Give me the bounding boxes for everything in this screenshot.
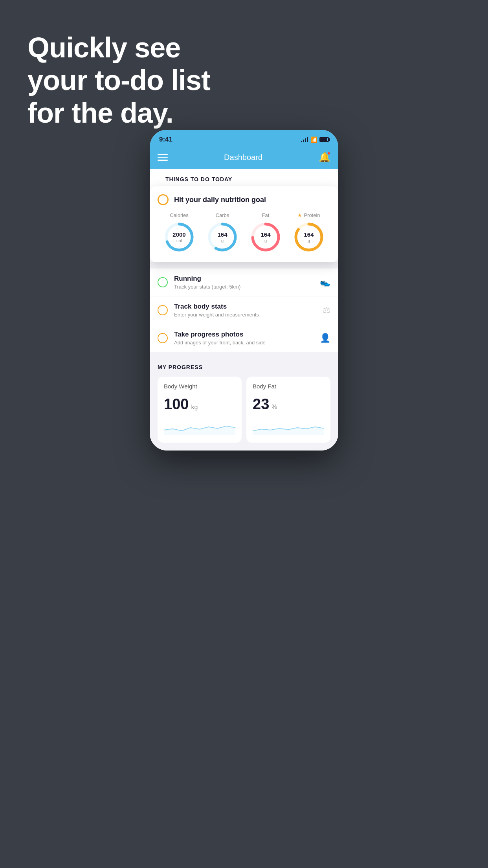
wifi-icon: 📶 <box>310 136 317 143</box>
phone-screen: 9:41 📶 Dashboard 🔔 <box>150 130 338 451</box>
body-fat-value: 23 <box>253 396 269 413</box>
carbs-metric: Carbs 164 g <box>207 212 238 253</box>
body-weight-card[interactable]: Body Weight 100 kg <box>158 377 242 443</box>
body-weight-chart <box>164 419 235 435</box>
body-fat-card[interactable]: Body Fat 23 % <box>246 377 330 443</box>
nav-title: Dashboard <box>224 153 262 162</box>
status-bar: 9:41 📶 <box>150 130 338 148</box>
calories-ring: 2000 cal <box>163 221 195 253</box>
hero-text: Quickly see your to-do list for the day. <box>28 31 210 129</box>
calories-metric: Calories 2000 cal <box>163 212 195 253</box>
body-stats-check-circle <box>158 305 168 315</box>
photos-subtitle: Add images of your front, back, and side <box>174 340 314 346</box>
fat-ring: 164 g <box>250 221 281 253</box>
body-stats-todo-text: Track body stats Enter your weight and m… <box>174 303 316 318</box>
body-weight-card-title: Body Weight <box>164 383 235 390</box>
running-check-circle <box>158 277 168 287</box>
progress-section: MY PROGRESS Body Weight 100 kg <box>150 352 338 451</box>
nutrition-card-title: Hit your daily nutrition goal <box>174 196 266 204</box>
fat-label: Fat <box>262 212 270 218</box>
protein-ring: 164 g <box>293 221 325 253</box>
photos-title: Take progress photos <box>174 331 314 338</box>
person-icon: 👤 <box>320 333 330 343</box>
svg-marker-8 <box>164 426 235 435</box>
body-stats-title: Track body stats <box>174 303 316 311</box>
battery-icon <box>319 137 329 142</box>
running-subtitle: Track your stats (target: 5km) <box>174 284 314 290</box>
status-icons: 📶 <box>301 136 329 143</box>
nutrition-card: Hit your daily nutrition goal Calories <box>150 186 338 262</box>
photos-todo-text: Take progress photos Add images of your … <box>174 331 314 346</box>
todo-list: Running Track your stats (target: 5km) 👟… <box>150 268 338 352</box>
progress-section-title: MY PROGRESS <box>158 364 330 370</box>
progress-cards: Body Weight 100 kg Body Fat <box>158 377 330 443</box>
todo-item-photos[interactable]: Take progress photos Add images of your … <box>150 324 338 352</box>
things-today-title: THINGS TO DO TODAY <box>158 169 330 186</box>
nutrition-card-header: Hit your daily nutrition goal <box>158 194 330 205</box>
nav-bar: Dashboard 🔔 <box>150 148 338 169</box>
body-weight-value: 100 <box>164 396 189 413</box>
hamburger-menu[interactable] <box>158 154 168 161</box>
body-fat-chart <box>253 419 324 435</box>
running-todo-text: Running Track your stats (target: 5km) <box>174 275 314 290</box>
body-fat-unit: % <box>272 404 277 411</box>
notification-dot <box>327 152 330 155</box>
status-time: 9:41 <box>159 136 172 143</box>
body-fat-value-row: 23 % <box>253 396 324 413</box>
protein-label: ★ Protein <box>297 212 320 218</box>
fat-metric: Fat 164 g <box>250 212 281 253</box>
protein-metric: ★ Protein 164 g <box>293 212 325 253</box>
app-content: THINGS TO DO TODAY Hit your daily nutrit… <box>150 169 338 451</box>
nutrition-metrics: Calories 2000 cal <box>158 212 330 253</box>
running-shoe-icon: 👟 <box>320 277 330 287</box>
svg-marker-9 <box>253 427 324 435</box>
carbs-label: Carbs <box>216 212 229 218</box>
todo-item-body-stats[interactable]: Track body stats Enter your weight and m… <box>150 296 338 324</box>
photos-check-circle <box>158 333 168 343</box>
body-fat-card-title: Body Fat <box>253 383 324 390</box>
calories-label: Calories <box>170 212 189 218</box>
phone-mockup: 9:41 📶 Dashboard 🔔 <box>150 130 338 451</box>
star-icon: ★ <box>297 212 302 218</box>
todo-item-running[interactable]: Running Track your stats (target: 5km) 👟 <box>150 268 338 296</box>
signal-icon <box>301 137 308 142</box>
carbs-ring: 164 g <box>207 221 238 253</box>
body-weight-unit: kg <box>191 404 198 411</box>
body-stats-subtitle: Enter your weight and measurements <box>174 312 316 318</box>
scale-icon: ⚖ <box>323 305 330 315</box>
notification-bell-button[interactable]: 🔔 <box>319 152 330 163</box>
body-weight-value-row: 100 kg <box>164 396 235 413</box>
nutrition-check-circle <box>158 194 169 205</box>
running-title: Running <box>174 275 314 283</box>
